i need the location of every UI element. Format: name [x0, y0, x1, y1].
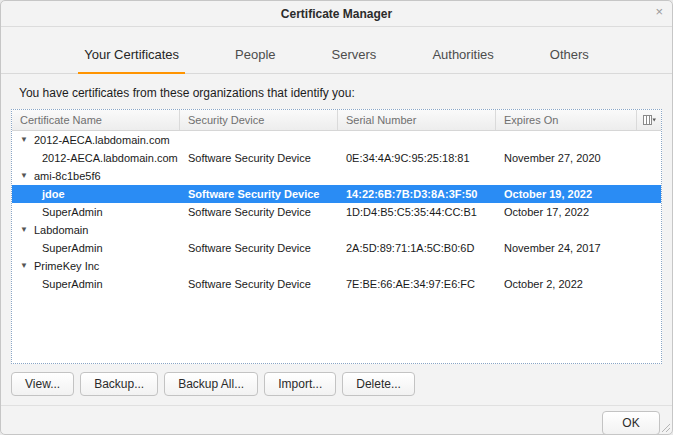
- group-name-label: 2012-AECA.labdomain.com: [34, 134, 170, 146]
- column-header-expires-on[interactable]: Expires On: [496, 110, 637, 130]
- backup-button[interactable]: Backup...: [80, 372, 158, 396]
- serial-number-cell: 14:22:6B:7B:D3:8A:3F:50: [338, 188, 496, 200]
- certificate-name-cell: 2012-AECA.labdomain.com: [12, 152, 180, 164]
- delete-button[interactable]: Delete...: [342, 372, 415, 396]
- certificate-group-row[interactable]: ▼ami-8c1be5f6: [12, 167, 661, 185]
- description-text: You have certificates from these organiz…: [19, 86, 654, 100]
- certificate-row[interactable]: SuperAdminSoftware Security Device1D:D4:…: [12, 203, 661, 221]
- tab-servers[interactable]: Servers: [326, 36, 383, 74]
- security-device-cell: Software Security Device: [180, 278, 338, 290]
- tab-others[interactable]: Others: [544, 36, 595, 74]
- serial-number-cell: 2A:5D:89:71:1A:5C:B0:6D: [338, 242, 496, 254]
- group-name-cell: ▼Labdomain: [12, 224, 180, 236]
- column-picker-glyph: [643, 115, 656, 126]
- expires-on-cell: October 2, 2022: [496, 278, 661, 290]
- certificate-row[interactable]: jdoeSoftware Security Device14:22:6B:7B:…: [12, 185, 661, 203]
- certificate-name-cell: SuperAdmin: [12, 242, 180, 254]
- certificate-name-cell: jdoe: [12, 188, 180, 200]
- serial-number-cell: 0E:34:4A:9C:95:25:18:81: [338, 152, 496, 164]
- certificate-row[interactable]: SuperAdminSoftware Security Device2A:5D:…: [12, 239, 661, 257]
- expires-on-cell: November 24, 2017: [496, 242, 661, 254]
- column-picker-icon[interactable]: [637, 110, 661, 130]
- resize-grip[interactable]: [659, 421, 671, 433]
- collapse-triangle-icon[interactable]: ▼: [20, 262, 28, 270]
- certificate-name-cell: SuperAdmin: [12, 278, 180, 290]
- tab-bar: Your Certificates People Servers Authori…: [1, 27, 672, 74]
- backup-all-button[interactable]: Backup All...: [164, 372, 258, 396]
- dialog-footer: OK: [1, 405, 672, 434]
- expires-on-cell: October 17, 2022: [496, 206, 661, 218]
- group-name-label: PrimeKey Inc: [34, 260, 99, 272]
- certificate-group-row[interactable]: ▼2012-AECA.labdomain.com: [12, 131, 661, 149]
- security-device-cell: Software Security Device: [180, 242, 338, 254]
- certificate-row[interactable]: SuperAdminSoftware Security Device7E:BE:…: [12, 275, 661, 293]
- security-device-cell: Software Security Device: [180, 188, 338, 200]
- certificate-table: Certificate Name Security Device Serial …: [11, 109, 662, 364]
- tab-people[interactable]: People: [229, 36, 281, 74]
- group-name-cell: ▼PrimeKey Inc: [12, 260, 180, 272]
- collapse-triangle-icon[interactable]: ▼: [20, 226, 28, 234]
- window-title: Certificate Manager: [281, 7, 392, 21]
- import-button[interactable]: Import...: [264, 372, 336, 396]
- group-name-cell: ▼2012-AECA.labdomain.com: [12, 134, 180, 146]
- certificate-group-row[interactable]: ▼PrimeKey Inc: [12, 257, 661, 275]
- tab-authorities[interactable]: Authorities: [426, 36, 499, 74]
- expires-on-cell: October 19, 2022: [496, 188, 661, 200]
- certificate-group-row[interactable]: ▼Labdomain: [12, 221, 661, 239]
- collapse-triangle-icon[interactable]: ▼: [20, 136, 28, 144]
- expires-on-cell: November 27, 2020: [496, 152, 661, 164]
- security-device-cell: Software Security Device: [180, 152, 338, 164]
- certificate-table-body: ▼2012-AECA.labdomain.com2012-AECA.labdom…: [12, 131, 661, 363]
- group-name-label: Labdomain: [34, 224, 88, 236]
- title-bar: Certificate Manager ×: [1, 1, 672, 27]
- column-header-security-device[interactable]: Security Device: [180, 110, 338, 130]
- close-icon[interactable]: ×: [655, 5, 663, 18]
- tab-your-certificates[interactable]: Your Certificates: [78, 36, 185, 74]
- security-device-cell: Software Security Device: [180, 206, 338, 218]
- serial-number-cell: 7E:BE:66:AE:34:97:E6:FC: [338, 278, 496, 290]
- column-header-serial-number[interactable]: Serial Number: [338, 110, 496, 130]
- group-name-cell: ▼ami-8c1be5f6: [12, 170, 180, 182]
- view-button[interactable]: View...: [11, 372, 74, 396]
- group-name-label: ami-8c1be5f6: [34, 170, 101, 182]
- collapse-triangle-icon[interactable]: ▼: [20, 172, 28, 180]
- column-header-certificate-name[interactable]: Certificate Name: [12, 110, 180, 130]
- action-button-row: View... Backup... Backup All... Import..…: [11, 372, 662, 396]
- certificate-manager-dialog: Certificate Manager × Your Certificates …: [0, 0, 673, 435]
- ok-button[interactable]: OK: [602, 411, 660, 435]
- serial-number-cell: 1D:D4:B5:C5:35:44:CC:B1: [338, 206, 496, 218]
- certificate-row[interactable]: 2012-AECA.labdomain.comSoftware Security…: [12, 149, 661, 167]
- table-header: Certificate Name Security Device Serial …: [12, 110, 661, 131]
- certificate-name-cell: SuperAdmin: [12, 206, 180, 218]
